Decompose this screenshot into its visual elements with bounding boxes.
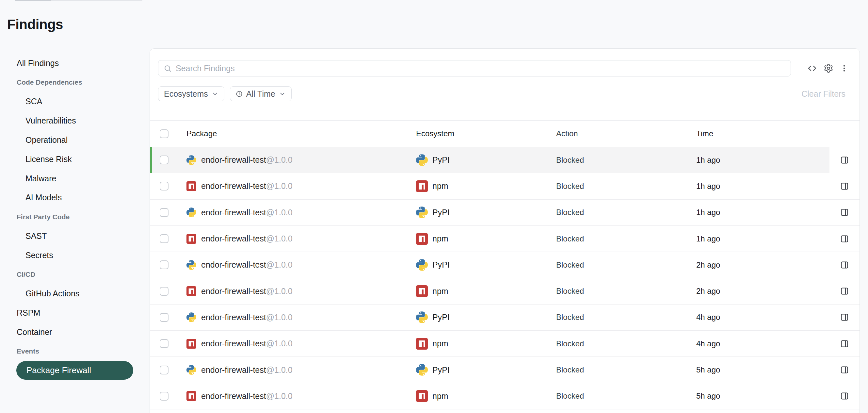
table-row[interactable]: endor-firewall-test@1.0.0 PyPIBlocked4h … bbox=[150, 304, 860, 331]
package-name: endor-firewall-test@1.0.0 bbox=[201, 287, 292, 296]
row-checkbox-cell bbox=[150, 365, 186, 375]
package-version: @1.0.0 bbox=[266, 365, 292, 375]
code-view-button[interactable] bbox=[807, 63, 817, 73]
table-row[interactable]: endor-firewall-test@1.0.0 npmBlocked4h a… bbox=[150, 331, 860, 357]
row-checkbox[interactable] bbox=[160, 392, 168, 401]
package-cell: endor-firewall-test@1.0.0 bbox=[186, 260, 416, 270]
table-row[interactable]: endor-firewall-test@1.0.0 PyPIBlocked1h … bbox=[150, 200, 860, 226]
table-row[interactable]: endor-firewall-test@1.0.0 npmBlocked2h a… bbox=[150, 278, 860, 304]
toolbar bbox=[150, 49, 860, 77]
findings-table: Package Ecosystem Action Time endor-fire… bbox=[150, 120, 860, 409]
sidebar-item-sca[interactable]: SCA bbox=[7, 92, 150, 111]
row-checkbox[interactable] bbox=[160, 208, 168, 217]
sidebar-item-operational[interactable]: Operational bbox=[7, 130, 150, 150]
action-cell: Blocked bbox=[556, 365, 696, 375]
python-logo-icon bbox=[186, 365, 196, 375]
row-checkbox[interactable] bbox=[160, 155, 168, 164]
npm-logo-icon bbox=[186, 339, 196, 349]
open-detail-panel-button[interactable] bbox=[840, 261, 849, 269]
package-name: endor-firewall-test@1.0.0 bbox=[201, 234, 292, 243]
package-cell: endor-firewall-test@1.0.0 bbox=[186, 286, 416, 296]
ecosystem-cell: PyPI bbox=[416, 364, 556, 376]
sidebar-item-sast[interactable]: SAST bbox=[7, 227, 150, 246]
row-checkbox[interactable] bbox=[160, 313, 168, 322]
open-detail-panel-button[interactable] bbox=[840, 208, 849, 217]
row-checkbox[interactable] bbox=[160, 234, 168, 243]
sidebar-item-all-findings[interactable]: All Findings bbox=[7, 54, 150, 73]
action-cell: Blocked bbox=[556, 182, 696, 191]
findings-card: Ecosystems All Time Clear Filters Packag… bbox=[150, 48, 860, 413]
row-checkbox[interactable] bbox=[160, 182, 168, 190]
more-options-button[interactable] bbox=[840, 64, 848, 72]
table-row[interactable]: endor-firewall-test@1.0.0 npmBlocked5h a… bbox=[150, 383, 860, 409]
ecosystem-label: npm bbox=[432, 181, 448, 191]
npm-logo-icon bbox=[416, 180, 428, 192]
open-detail-panel-button[interactable] bbox=[840, 392, 849, 400]
select-all-checkbox[interactable] bbox=[160, 129, 168, 138]
package-version: @1.0.0 bbox=[266, 260, 292, 269]
clear-filters-button[interactable]: Clear Filters bbox=[801, 89, 845, 99]
sidebar-item-secrets[interactable]: Secrets bbox=[7, 246, 150, 265]
sidebar: Findings All FindingsCode DependenciesSC… bbox=[0, 0, 150, 413]
python-logo-icon bbox=[416, 364, 428, 376]
row-checkbox-cell bbox=[150, 313, 186, 322]
table-row[interactable]: endor-firewall-test@1.0.0 npmBlocked1h a… bbox=[150, 173, 860, 199]
search-box[interactable] bbox=[158, 60, 791, 77]
table-row[interactable]: endor-firewall-test@1.0.0 PyPIBlocked1h … bbox=[150, 147, 860, 173]
time-cell: 4h ago bbox=[696, 313, 830, 322]
table-row[interactable]: endor-firewall-test@1.0.0 PyPIBlocked2h … bbox=[150, 252, 860, 278]
ecosystem-cell: npm bbox=[416, 285, 556, 297]
open-detail-panel-button[interactable] bbox=[840, 182, 849, 190]
time-filter-button[interactable]: All Time bbox=[230, 86, 291, 101]
open-detail-panel-button[interactable] bbox=[840, 235, 849, 243]
horizontal-scrollbar-thumb[interactable] bbox=[15, 0, 51, 1]
package-name: endor-firewall-test@1.0.0 bbox=[201, 391, 292, 401]
sidebar-item-ai-models[interactable]: AI Models bbox=[7, 188, 150, 207]
open-detail-panel-button[interactable] bbox=[840, 156, 849, 164]
row-checkbox[interactable] bbox=[160, 339, 168, 348]
sidebar-item-malware[interactable]: Malware bbox=[7, 169, 150, 188]
settings-button[interactable] bbox=[824, 63, 833, 73]
sidebar-item-rspm[interactable]: RSPM bbox=[7, 303, 150, 323]
package-name: endor-firewall-test@1.0.0 bbox=[201, 365, 292, 375]
open-detail-panel-button[interactable] bbox=[840, 340, 849, 348]
ecosystem-label: npm bbox=[432, 234, 448, 243]
table-row[interactable]: endor-firewall-test@1.0.0 npmBlocked1h a… bbox=[150, 226, 860, 252]
sidebar-item-license-risk[interactable]: License Risk bbox=[7, 150, 150, 169]
row-checkbox-cell bbox=[150, 287, 186, 296]
package-name: endor-firewall-test@1.0.0 bbox=[201, 260, 292, 270]
sidebar-section-events: Events bbox=[7, 342, 150, 361]
row-checkbox[interactable] bbox=[160, 365, 168, 375]
open-detail-panel-button[interactable] bbox=[840, 313, 849, 322]
filters-row: Ecosystems All Time Clear Filters bbox=[158, 86, 845, 101]
package-name: endor-firewall-test@1.0.0 bbox=[201, 181, 292, 191]
action-cell: Blocked bbox=[556, 155, 696, 165]
time-cell: 5h ago bbox=[696, 365, 830, 375]
ecosystems-filter-button[interactable]: Ecosystems bbox=[158, 86, 224, 101]
row-checkbox-cell bbox=[150, 234, 186, 243]
panel-cell bbox=[830, 226, 860, 252]
sidebar-item-github-actions[interactable]: GitHub Actions bbox=[7, 284, 150, 303]
ecosystem-label: npm bbox=[432, 339, 448, 348]
row-checkbox-cell bbox=[150, 339, 186, 348]
main-content: Ecosystems All Time Clear Filters Packag… bbox=[150, 0, 868, 413]
table-row[interactable]: endor-firewall-test@1.0.0 PyPIBlocked5h … bbox=[150, 357, 860, 383]
ecosystem-cell: npm bbox=[416, 338, 556, 350]
ecosystems-filter-label: Ecosystems bbox=[164, 89, 208, 99]
row-checkbox[interactable] bbox=[160, 260, 168, 269]
search-input[interactable] bbox=[176, 64, 785, 73]
npm-logo-icon bbox=[186, 391, 196, 401]
sidebar-item-vulnerabilities[interactable]: Vulnerabilities bbox=[7, 111, 150, 130]
open-detail-panel-button[interactable] bbox=[840, 287, 849, 295]
sidebar-item-container[interactable]: Container bbox=[7, 323, 150, 342]
time-cell: 1h ago bbox=[696, 234, 830, 243]
row-checkbox[interactable] bbox=[160, 287, 168, 296]
panel-right-icon bbox=[840, 235, 849, 243]
package-version: @1.0.0 bbox=[266, 155, 292, 164]
package-version: @1.0.0 bbox=[266, 391, 292, 401]
package-name: endor-firewall-test@1.0.0 bbox=[201, 339, 292, 348]
open-detail-panel-button[interactable] bbox=[840, 365, 849, 374]
npm-logo-icon bbox=[186, 234, 196, 244]
sidebar-item-package-firewall[interactable]: Package Firewall bbox=[16, 361, 133, 380]
column-header-action: Action bbox=[556, 129, 696, 138]
